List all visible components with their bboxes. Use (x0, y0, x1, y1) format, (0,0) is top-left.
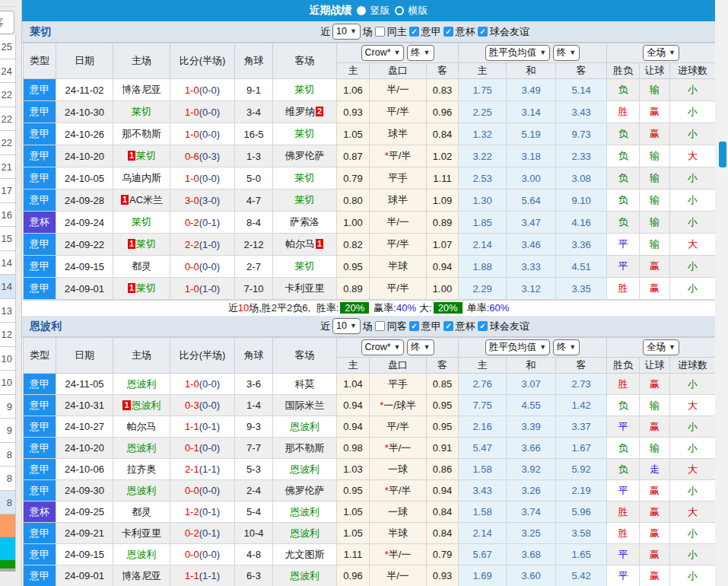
col-score: 比分(半场) (170, 338, 235, 374)
home-team-name: 都灵 (132, 506, 151, 518)
league-type-cell: 意甲 (24, 167, 56, 189)
home-odds-cell: 0.94 (337, 416, 370, 438)
serie-a-checkbox[interactable]: ✓ (409, 27, 419, 37)
odds-final-select[interactable]: 终▼ (407, 339, 434, 355)
away-team-cell: 莱切 (273, 167, 337, 189)
mean-home-cell: 3.22 (459, 145, 507, 167)
home-odds-cell: 1.00 (337, 212, 370, 234)
home-team-name: 恩波利 (127, 485, 157, 496)
section-summary: 近10场,胜2平2负6, 胜率:20%赢率:40%大:20%单率:60% (22, 300, 715, 316)
mean-draw-cell: 5.19 (507, 123, 556, 145)
mean-draw-cell: 3.39 (507, 416, 556, 438)
rank-badge: 2 (316, 107, 323, 116)
result-goals-cell: 大 (670, 395, 716, 416)
odds-final-select[interactable]: 终▼ (407, 45, 434, 61)
corners-cell: 9-1 (235, 79, 273, 101)
mean-away-cell: 1.42 (556, 395, 607, 416)
away-team-name: 恩波利 (290, 527, 319, 539)
half-time-score: (1-1) (199, 570, 220, 581)
friendly-checkbox[interactable]: ✓ (478, 27, 488, 37)
away-team-name: 莱切 (295, 84, 315, 95)
vertical-scrollbar[interactable] (715, 0, 728, 586)
match-row: 意甲24-10-05乌迪内斯1-0(0-0)5-0莱切0.79平手1.112.5… (24, 167, 716, 189)
col-corner: 角球 (235, 338, 273, 374)
away-team-name: 尤文图斯 (285, 549, 325, 560)
sidebar-rank-cell: 22 (0, 107, 16, 132)
home-odds-cell: 0.95 (337, 480, 370, 502)
serie-a-checkbox[interactable]: ✓ (409, 321, 419, 331)
result-goals-cell: 小 (670, 438, 716, 459)
score-cell: 0-0(0-0) (170, 480, 235, 502)
serie-a-label: 意甲 (421, 320, 441, 333)
home-team-name: 莱切 (136, 282, 156, 294)
mean-draw-cell: 3.46 (507, 234, 556, 256)
sub-col-handicap: 盘口 (370, 63, 427, 79)
scope-select[interactable]: 全场▼ (643, 45, 679, 61)
scope-select[interactable]: 全场▼ (643, 339, 679, 355)
full-time-score: 0-1 (185, 442, 199, 454)
coppa-checkbox[interactable]: ✓ (443, 321, 453, 331)
serie-a-label: 意甲 (421, 25, 441, 39)
result-handicap-cell: 输 (640, 189, 670, 212)
away-odds-cell: 0.79 (427, 544, 459, 565)
result-goals-cell: 小 (670, 523, 716, 544)
home-team-cell: 1恩波利 (113, 395, 170, 416)
result-handicap-cell: 赢 (640, 123, 670, 145)
half-time-score: (0-1) (199, 527, 220, 539)
vertical-layout-radio[interactable] (357, 6, 366, 15)
horizontal-layout-radio[interactable] (395, 6, 404, 15)
full-time-score: 0-0 (185, 485, 199, 496)
handicap-cell: 平/半 (370, 234, 427, 256)
horizontal-layout-label[interactable]: 横版 (409, 4, 428, 18)
home-team-name: 莱切 (132, 106, 151, 117)
mean-away-cell: 5.42 (556, 565, 607, 586)
handicap-text: 平/半 (386, 282, 409, 294)
result-handicap-cell: 赢 (640, 256, 670, 278)
mean-final-select[interactable]: 终▼ (553, 45, 580, 61)
handicap-text: 球半 (388, 194, 408, 205)
vertical-layout-label[interactable]: 竖版 (370, 4, 390, 18)
games-count-select[interactable]: 10▼ (332, 318, 361, 334)
result-goals-cell: 小 (670, 416, 716, 438)
mean-type-select[interactable]: 胜平负均值▼ (485, 45, 550, 61)
match-row: 意甲24-10-20恩波利0-1(0-0)7-7那不勒斯0.98*半/一0.91… (24, 438, 716, 459)
same-venue-checkbox[interactable] (375, 27, 385, 37)
sidebar-rank-cell: 17 (0, 179, 16, 203)
result-goals-cell: 大 (670, 459, 716, 480)
odds-source-select[interactable]: Crow*▼ (361, 45, 405, 61)
home-team-name: 恩波利 (127, 549, 157, 560)
home-team-cell: 都灵 (113, 502, 170, 523)
mean-home-cell: 1.30 (459, 189, 507, 212)
half-time-score: (0-1) (199, 421, 220, 432)
handicap-text: 平/半 (389, 150, 412, 161)
mean-draw-cell: 3.26 (507, 480, 556, 502)
mean-type-select[interactable]: 胜平负均值▼ (485, 339, 550, 355)
sub-col-result: 胜负 (607, 358, 640, 374)
odds-source-select[interactable]: Crow*▼ (361, 339, 405, 355)
home-odds-cell: 0.89 (337, 278, 370, 300)
half-time-score: (0-0) (199, 400, 220, 411)
summary-games-count: 10 (238, 302, 249, 314)
away-team-cell: 佛罗伦萨 (273, 480, 337, 502)
chevron-down-icon: ▼ (569, 46, 576, 60)
chevron-down-icon: ▼ (669, 340, 676, 355)
vertical-scrollbar-thumb[interactable] (719, 142, 726, 167)
away-team-name: 维罗纳 (285, 106, 315, 117)
chevron-down-icon: ▼ (539, 46, 546, 60)
away-odds-cell: 0.85 (427, 374, 459, 395)
coppa-checkbox[interactable]: ✓ (443, 27, 453, 37)
away-team-cell: 恩波利 (273, 416, 337, 438)
same-venue-checkbox[interactable] (375, 321, 385, 331)
handicap-cell: 平手 (370, 374, 427, 395)
away-odds-cell: 0.89 (427, 212, 459, 234)
games-count-select[interactable]: 10▼ (332, 24, 361, 40)
match-date-cell: 24-10-20 (56, 145, 113, 167)
mean-away-cell: 1.65 (556, 544, 607, 565)
mean-final-select[interactable]: 终▼ (553, 339, 580, 355)
sub-col-odds-home: 主 (337, 63, 370, 79)
mean-home-cell: 1.32 (459, 123, 507, 145)
mean-away-cell: 9.73 (556, 123, 607, 145)
match-date-cell: 24-09-30 (56, 480, 113, 502)
score-cell: 1-0(0-0) (170, 79, 235, 101)
friendly-checkbox[interactable]: ✓ (478, 321, 488, 331)
